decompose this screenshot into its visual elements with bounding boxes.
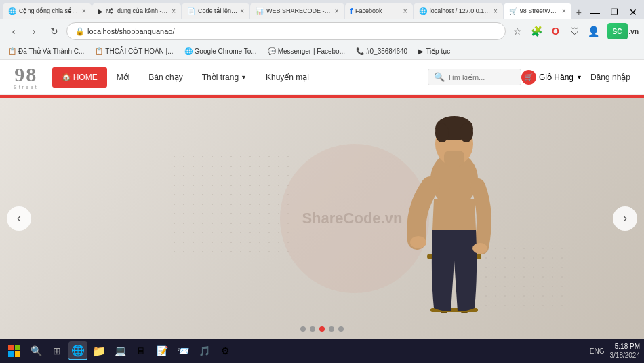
login-button[interactable]: Đăng nhập xyxy=(590,73,630,82)
new-tab-button[interactable]: + xyxy=(572,5,586,19)
site-logo: 98 Street xyxy=(14,64,39,90)
tab-close-icon-3[interactable]: × xyxy=(240,7,244,15)
tab-favicon-5: f xyxy=(350,7,353,15)
bookmark-1[interactable]: 📋 Đã Thử Và Thành C... xyxy=(5,47,87,56)
svg-point-8 xyxy=(435,123,449,142)
bookmark-4[interactable]: 💬 Messenger | Facebo... xyxy=(265,47,348,56)
nav-item-new[interactable]: Mới xyxy=(107,67,140,88)
profile-icon[interactable]: 👤 xyxy=(586,23,602,39)
hero-prev-button[interactable]: ‹ xyxy=(7,206,31,231)
taskbar-search[interactable]: 🔍 xyxy=(26,341,45,360)
bookmark-label-5: #0_35684640 xyxy=(366,47,407,55)
browser-tab-2[interactable]: ▶ Nội dung của kênh - YouTube... × xyxy=(92,3,181,19)
svg-point-11 xyxy=(410,236,426,248)
hero-dot-4[interactable] xyxy=(329,326,334,332)
hero-dot-2[interactable] xyxy=(310,326,315,332)
nav-item-home[interactable]: 🏠 HOME xyxy=(52,67,107,88)
taskbar-explorer[interactable]: 📁 xyxy=(89,341,108,360)
taskbar-app-3[interactable]: 📨 xyxy=(174,341,193,360)
nav-item-promo[interactable]: Khuyến mại xyxy=(256,67,319,88)
address-bar[interactable]: 🔒 localhost/shopbanquanao/ xyxy=(66,22,506,40)
browser-tab-1[interactable]: 🌐 Cộng đồng chia sẻ và downl... × xyxy=(3,3,92,19)
tab-close-icon-5[interactable]: × xyxy=(403,7,407,15)
bookmark-icon-4: 💬 xyxy=(268,47,276,55)
taskbar-chrome[interactable]: 🌐 xyxy=(68,341,87,360)
refresh-button[interactable]: ↻ xyxy=(46,23,62,39)
browser-tab-5[interactable]: f Facebook × xyxy=(345,3,413,19)
hero-next-button[interactable]: › xyxy=(613,206,637,231)
browser-controls: ‹ › ↻ 🔒 localhost/shopbanquanao/ ☆ 🧩 O 🛡… xyxy=(0,19,644,43)
cart-button[interactable]: 🛒 Giỏ Hàng ▼ xyxy=(521,70,582,85)
tab-title-4: WEB SHARECODE - Google D... xyxy=(266,7,332,14)
taskbar-lang: ENG xyxy=(590,347,605,355)
taskbar-datetime: 5:18 PM 3/18/2024 xyxy=(610,342,641,360)
header-right: 🛒 Giỏ Hàng ▼ Đăng nhập xyxy=(521,70,630,85)
tab-close-icon[interactable]: × xyxy=(82,7,86,15)
svg-rect-13 xyxy=(8,345,14,350)
svg-point-12 xyxy=(472,243,487,254)
website-content: 98 Street 🏠 HOME Mới Bán chạy Thời trang… xyxy=(0,60,644,363)
bookmark-label-3: Google Chrome To... xyxy=(195,47,257,55)
hero-dot-3[interactable] xyxy=(319,326,325,332)
restore-button[interactable]: ❐ xyxy=(607,5,622,19)
search-input[interactable] xyxy=(447,73,515,81)
cart-label: Giỏ Hàng xyxy=(539,73,573,82)
bookmark-5[interactable]: 📞 #0_35684640 xyxy=(353,47,410,56)
forward-button[interactable]: › xyxy=(26,23,42,39)
opera-icon[interactable]: O xyxy=(548,23,564,39)
taskbar-task-view[interactable]: ⊞ xyxy=(47,341,66,360)
taskbar-app-4[interactable]: 🎵 xyxy=(195,341,214,360)
svg-rect-10 xyxy=(444,151,464,166)
star-button[interactable]: ☆ xyxy=(510,23,526,39)
browser-tab-4[interactable]: 📊 WEB SHARECODE - Google D... × xyxy=(250,3,344,19)
taskbar-app-2[interactable]: 📝 xyxy=(153,341,172,360)
browser-tab-6[interactable]: 🌐 localhost / 127.0.0.1 / cafe / n... × xyxy=(414,3,503,19)
bookmark-3[interactable]: 🌐 Google Chrome To... xyxy=(182,47,260,56)
browser-tab-7[interactable]: 🛒 98 StreetWear Shop × xyxy=(504,3,571,19)
tab-favicon-7: 🛒 xyxy=(509,7,517,15)
nav-item-fashion[interactable]: Thời trang ▼ xyxy=(193,67,256,88)
taskbar-vscode[interactable]: 💻 xyxy=(110,341,129,360)
extensions-button[interactable]: 🧩 xyxy=(529,23,545,39)
browser-tab-3[interactable]: 📄 Code tải lên của tôi × xyxy=(182,3,249,19)
tab-close-icon-2[interactable]: × xyxy=(172,7,176,15)
address-text: localhost/shopbanquanao/ xyxy=(87,27,174,35)
home-icon: 🏠 xyxy=(62,73,71,81)
browser-actions: ☆ 🧩 O 🛡 👤 SC .vn xyxy=(510,23,639,39)
hero-dot-1[interactable] xyxy=(300,326,306,332)
tab-title-2: Nội dung của kênh - YouTube... xyxy=(106,7,169,14)
bookmark-6[interactable]: ▶ Tiếp tục xyxy=(416,47,453,56)
taskbar-app-5[interactable]: ⚙ xyxy=(216,341,235,360)
logo-subtitle: Street xyxy=(14,85,39,90)
svg-rect-15 xyxy=(8,351,14,357)
tab-title-3: Code tải lên của tôi xyxy=(198,7,237,14)
taskbar: 🔍 ⊞ 🌐 📁 💻 🖥 📝 📨 🎵 ⚙ ENG 5:18 PM 3/18/202… xyxy=(0,339,644,363)
minimize-button[interactable]: — xyxy=(586,5,604,19)
taskbar-date-display: 3/18/2024 xyxy=(610,351,641,360)
lock-icon: 🔒 xyxy=(75,27,85,36)
bookmark-icon-5: 📞 xyxy=(356,47,364,55)
nav-item-bestseller[interactable]: Bán chạy xyxy=(139,67,192,88)
search-box[interactable]: 🔍 xyxy=(428,69,521,85)
bookmark-label-4: Messenger | Facebo... xyxy=(278,47,345,55)
tab-close-icon-7[interactable]: × xyxy=(562,7,566,15)
hero-person xyxy=(373,98,536,339)
tab-close-icon-6[interactable]: × xyxy=(494,7,498,15)
vpn-icon[interactable]: 🛡 xyxy=(567,23,583,39)
tab-title-6: localhost / 127.0.0.1 / cafe / n... xyxy=(430,7,491,14)
windows-start-button[interactable] xyxy=(4,341,24,361)
hero-dots-pattern-left xyxy=(169,152,291,261)
bookmark-2[interactable]: 📋 THOẢI CỐT HOÀN |... xyxy=(92,47,176,56)
tab-close-icon-4[interactable]: × xyxy=(335,7,339,15)
browser-tabs: 🌐 Cộng đồng chia sẻ và downl... × ▶ Nội … xyxy=(0,0,644,19)
close-browser-button[interactable]: ✕ xyxy=(625,5,641,19)
bookmark-label-2: THOẢI CỐT HOÀN |... xyxy=(105,47,173,55)
tab-favicon-6: 🌐 xyxy=(419,7,427,15)
tab-favicon-3: 📄 xyxy=(187,7,195,15)
site-nav: 🏠 HOME Mới Bán chạy Thời trang ▼ Khuyến … xyxy=(52,67,428,88)
hero-dot-5[interactable] xyxy=(338,326,344,332)
taskbar-app-1[interactable]: 🖥 xyxy=(132,341,150,360)
back-button[interactable]: ‹ xyxy=(5,23,22,39)
tab-title-5: Facebook xyxy=(355,7,401,14)
bookmark-icon-2: 📋 xyxy=(95,47,103,55)
